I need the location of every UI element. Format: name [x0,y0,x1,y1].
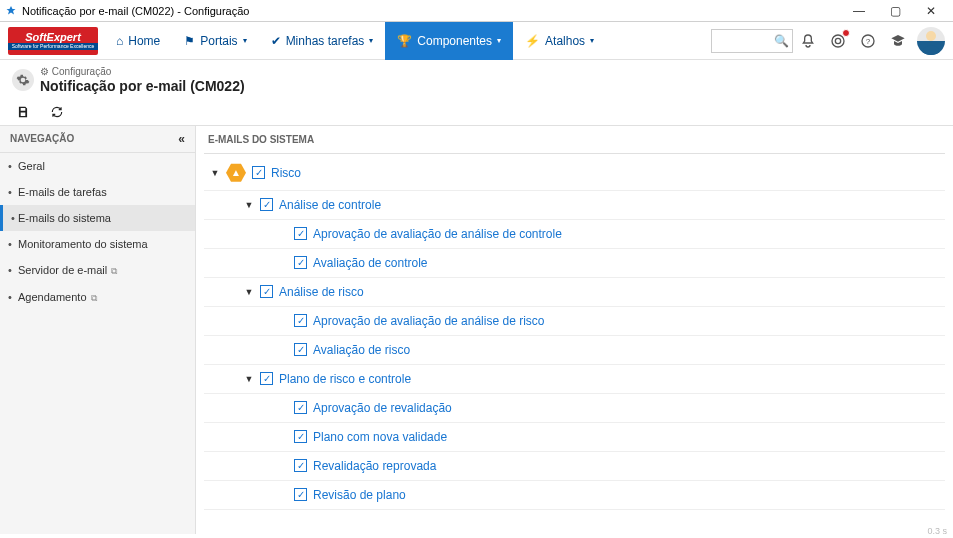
window-titlebar: Notificação por e-mail (CM022) - Configu… [0,0,953,22]
svg-text:?: ? [866,36,871,45]
nav-portais[interactable]: ⚑ Portais ▾ [172,22,258,60]
sidebar-item-emails-sistema[interactable]: E-mails do sistema [0,205,195,231]
chevron-down-icon: ▾ [497,36,501,45]
nav-home-label: Home [128,34,160,48]
app-icon [4,4,18,18]
checkbox[interactable]: ✓ [294,459,307,472]
sidebar: NAVEGAÇÃO « Geral E-mails de tarefas E-m… [0,126,196,534]
tree-item-row[interactable]: ▼ ✓ Aprovação de avaliação de análise de… [204,307,945,336]
tree-group-row[interactable]: ▼ ✓ Análise de risco [204,278,945,307]
close-button[interactable]: ✕ [913,1,949,21]
tree-item-row[interactable]: ▼ ✓ Avaliação de controle [204,249,945,278]
main-content: E-MAILS DO SISTEMA ▼ ▲ ✓ Risco ▼ ✓ Análi… [196,126,953,534]
notifications-icon[interactable] [793,26,823,56]
module-icon: ▲ [226,163,246,183]
checkbox[interactable]: ✓ [260,198,273,211]
sidebar-heading: NAVEGAÇÃO [10,133,74,144]
checkbox[interactable]: ✓ [294,227,307,240]
chevron-down-icon: ▾ [243,36,247,45]
trophy-icon: 🏆 [397,34,412,48]
external-icon: ⧉ [111,266,117,276]
caret-icon[interactable]: ▼ [244,374,254,384]
flag-icon: ⚑ [184,34,195,48]
bolt-icon: ⚡ [525,34,540,48]
tree-label[interactable]: Avaliação de controle [313,256,428,270]
gear-icon [12,69,34,91]
tree-label[interactable]: Análise de risco [279,285,364,299]
brand-logo[interactable]: SoftExpert Software for Performance Exce… [8,27,98,55]
graduation-icon[interactable] [883,26,913,56]
checkbox[interactable]: ✓ [294,343,307,356]
tree-item-row[interactable]: ▼ ✓ Revalidação reprovada [204,452,945,481]
nav-componentes[interactable]: 🏆 Componentes ▾ [385,22,513,60]
nav-home[interactable]: ⌂ Home [104,22,172,60]
tree-label[interactable]: Aprovação de avaliação de análise de ris… [313,314,544,328]
tree-label[interactable]: Plano de risco e controle [279,372,411,386]
alerts-icon[interactable] [823,26,853,56]
sidebar-item-geral[interactable]: Geral [0,153,195,179]
refresh-button[interactable] [48,103,66,121]
chevron-down-icon: ▾ [369,36,373,45]
sidebar-item-emails-tarefas[interactable]: E-mails de tarefas [0,179,195,205]
tree-group-row[interactable]: ▼ ✓ Análise de controle [204,191,945,220]
tree-label[interactable]: Revalidação reprovada [313,459,436,473]
tree-label[interactable]: Risco [271,166,301,180]
check-icon: ✔ [271,34,281,48]
user-avatar[interactable] [917,27,945,55]
window-title: Notificação por e-mail (CM022) - Configu… [22,5,841,17]
caret-icon[interactable]: ▼ [210,168,220,178]
checkbox[interactable]: ✓ [294,256,307,269]
help-icon[interactable]: ? [853,26,883,56]
top-nav: SoftExpert Software for Performance Exce… [0,22,953,60]
nav-atalhos[interactable]: ⚡ Atalhos ▾ [513,22,606,60]
minimize-button[interactable]: — [841,1,877,21]
nav-atalhos-label: Atalhos [545,34,585,48]
brand-main: SoftExpert [25,32,81,43]
tree-item-row[interactable]: ▼ ✓ Aprovação de avaliação de análise de… [204,220,945,249]
search-input[interactable] [716,35,774,47]
tree-label[interactable]: Aprovação de avaliação de análise de con… [313,227,562,241]
tree-root-row[interactable]: ▼ ▲ ✓ Risco [204,156,945,191]
footer-version: 0.3 s [927,526,947,534]
page-title: Notificação por e-mail (CM022) [40,78,245,95]
caret-icon[interactable]: ▼ [244,287,254,297]
tree-item-row[interactable]: ▼ ✓ Revisão de plano [204,481,945,510]
tree-item-row[interactable]: ▼ ✓ Avaliação de risco [204,336,945,365]
breadcrumb: ⚙ Configuração [40,66,245,78]
checkbox[interactable]: ✓ [294,401,307,414]
toolbar [0,99,953,126]
home-icon: ⌂ [116,34,123,48]
nav-componentes-label: Componentes [417,34,492,48]
sidebar-item-agendamento[interactable]: Agendamento⧉ [0,284,195,311]
tree-item-row[interactable]: ▼ ✓ Plano com nova validade [204,423,945,452]
external-icon: ⧉ [91,293,97,303]
nav-tarefas-label: Minhas tarefas [286,34,365,48]
sidebar-item-servidor-email[interactable]: Servidor de e-mail⧉ [0,257,195,284]
save-button[interactable] [14,103,32,121]
tree-label[interactable]: Aprovação de revalidação [313,401,452,415]
tree-item-row[interactable]: ▼ ✓ Aprovação de revalidação [204,394,945,423]
tree-label[interactable]: Plano com nova validade [313,430,447,444]
maximize-button[interactable]: ▢ [877,1,913,21]
search-icon: 🔍 [774,34,789,48]
checkbox[interactable]: ✓ [260,285,273,298]
main-heading: E-MAILS DO SISTEMA [204,126,945,154]
checkbox[interactable]: ✓ [294,314,307,327]
badge-dot [842,29,850,37]
caret-icon[interactable]: ▼ [244,200,254,210]
checkbox[interactable]: ✓ [252,166,265,179]
sidebar-item-monitoramento[interactable]: Monitoramento do sistema [0,231,195,257]
tree-group-row[interactable]: ▼ ✓ Plano de risco e controle [204,365,945,394]
nav-tarefas[interactable]: ✔ Minhas tarefas ▾ [259,22,386,60]
svg-point-1 [835,38,840,43]
tree-label[interactable]: Revisão de plano [313,488,406,502]
checkbox[interactable]: ✓ [294,488,307,501]
checkbox[interactable]: ✓ [260,372,273,385]
nav-portais-label: Portais [200,34,237,48]
svg-point-0 [832,35,844,47]
checkbox[interactable]: ✓ [294,430,307,443]
tree-label[interactable]: Análise de controle [279,198,381,212]
search-box[interactable]: 🔍 [711,29,793,53]
tree-label[interactable]: Avaliação de risco [313,343,410,357]
collapse-sidebar-icon[interactable]: « [178,132,185,146]
